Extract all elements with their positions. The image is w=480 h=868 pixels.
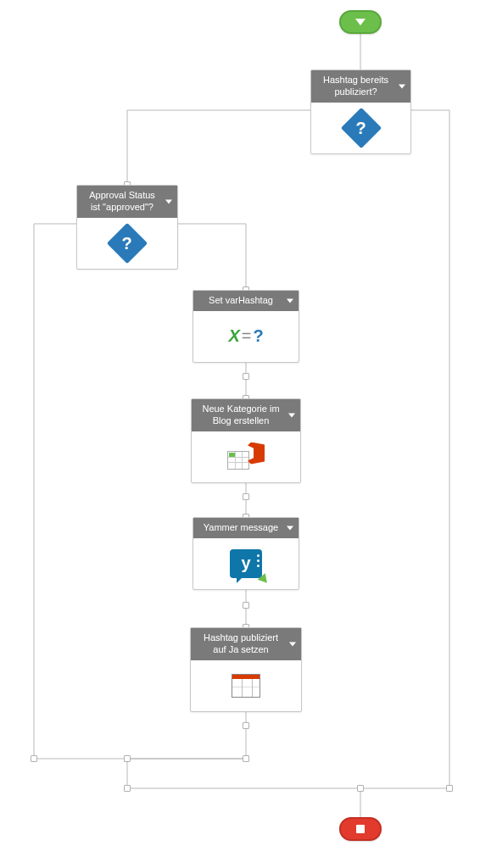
node-header: Approval Status ist "approved"? — [77, 186, 177, 218]
chevron-down-icon[interactable] — [165, 199, 172, 203]
action-set-varhashtag[interactable]: Set varHashtag X=? — [193, 290, 299, 363]
action-hashtag-publiziert-ja[interactable]: Hashtag publiziert auf Ja setzen — [190, 627, 302, 712]
node-body: y — [193, 538, 299, 589]
node-body: ? — [77, 218, 177, 269]
office-create-icon — [227, 442, 265, 471]
start-node[interactable] — [339, 10, 382, 34]
port — [243, 755, 249, 762]
node-header: Hashtag publiziert auf Ja setzen — [191, 628, 301, 660]
end-node[interactable] — [339, 817, 382, 841]
node-body: ? — [311, 103, 410, 153]
port — [357, 785, 364, 792]
node-title: Set varHashtag — [209, 295, 273, 307]
action-neue-kategorie-blog[interactable]: Neue Kategorie im Blog erstellen — [191, 398, 301, 483]
yammer-icon: y — [230, 549, 262, 578]
node-body — [192, 431, 300, 482]
port — [243, 722, 249, 729]
node-header: Yammer message — [193, 518, 299, 538]
node-body: X=? — [193, 311, 299, 362]
port — [243, 373, 249, 380]
node-title: Neue Kategorie im Blog erstellen — [198, 403, 283, 427]
action-yammer-message[interactable]: Yammer message y — [193, 517, 299, 590]
condition-hashtag-publiziert[interactable]: Hashtag bereits publiziert? ? — [310, 70, 411, 154]
set-variable-icon: X=? — [228, 326, 263, 346]
node-header: Neue Kategorie im Blog erstellen — [192, 399, 300, 431]
node-title: Hashtag publiziert auf Ja setzen — [198, 632, 284, 656]
port — [243, 493, 249, 500]
list-update-icon — [232, 674, 260, 698]
port — [31, 755, 37, 762]
condition-approval-status[interactable]: Approval Status ist "approved"? ? — [76, 185, 178, 270]
port — [446, 785, 453, 792]
port — [124, 785, 131, 792]
node-title: Hashtag bereits publiziert? — [318, 75, 393, 98]
node-title: Approval Status ist "approved"? — [84, 190, 160, 214]
node-title: Yammer message — [204, 522, 278, 534]
send-arrow-icon — [258, 571, 271, 583]
port — [243, 602, 249, 609]
chevron-down-icon[interactable] — [289, 642, 296, 646]
node-header: Hashtag bereits publiziert? — [311, 70, 410, 103]
chevron-down-icon[interactable] — [288, 413, 295, 417]
node-body — [191, 660, 301, 711]
chevron-down-icon[interactable] — [287, 526, 293, 530]
node-header: Set varHashtag — [193, 291, 299, 311]
question-diamond-icon: ? — [107, 222, 148, 263]
port — [124, 755, 131, 762]
chevron-down-icon[interactable] — [287, 298, 293, 303]
chevron-down-icon[interactable] — [399, 84, 405, 88]
question-diamond-icon: ? — [340, 107, 381, 147]
